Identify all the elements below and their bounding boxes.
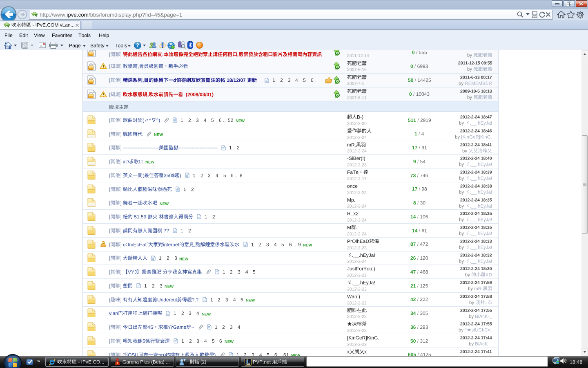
svg-text:?: ? — [136, 43, 139, 48]
